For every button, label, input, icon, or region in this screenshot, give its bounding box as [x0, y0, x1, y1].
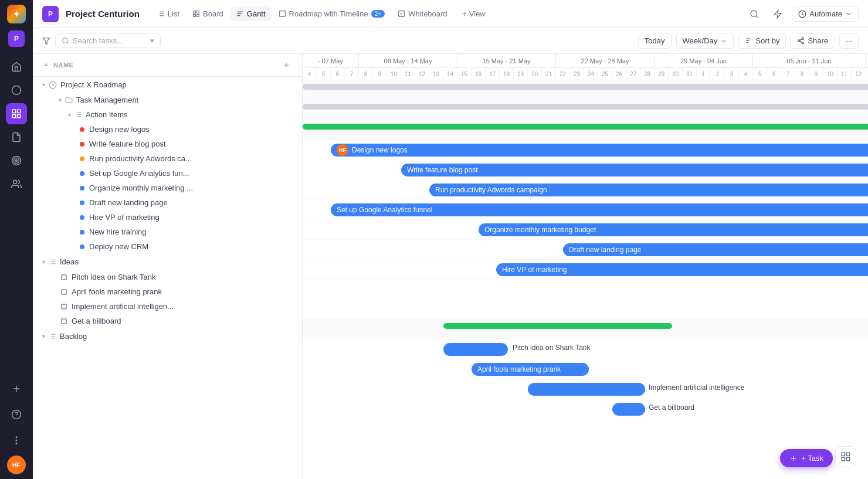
add-task-button[interactable]: + Task [780, 449, 833, 467]
gantt-row-design-new-logos[interactable]: HF Design new logos [303, 140, 868, 160]
project-avatar[interactable]: P [8, 30, 25, 47]
svg-rect-72 [842, 453, 845, 456]
collapse-icon[interactable] [42, 62, 50, 69]
share-button[interactable]: Share [791, 33, 835, 49]
gantt-bar-hire-vp[interactable]: Hire VP of marketing [496, 263, 868, 276]
gantt-bar-shark-tank[interactable] [443, 343, 508, 356]
task-item-run-productivity[interactable]: Run productivity Adwords ca... [52, 151, 302, 166]
task-name: Design new logos [89, 125, 150, 134]
task-dot [80, 127, 84, 132]
gantt-row-organize[interactable]: Organize monthly marketing budget [303, 220, 868, 240]
sidebar-item-people[interactable] [6, 174, 27, 195]
grid-view-button[interactable] [835, 446, 856, 467]
group-title-ideas: Ideas [60, 257, 79, 266]
day-num: 4 [303, 68, 317, 80]
task-item-billboard[interactable]: Get a billboard [33, 314, 302, 328]
tab-whiteboard[interactable]: Whiteboard [392, 6, 453, 21]
task-square [61, 304, 67, 310]
week-day-button[interactable]: Week/Day [676, 33, 734, 49]
task-square [61, 274, 67, 280]
sidebar-item-dashboard[interactable] [6, 103, 27, 124]
day-num: 30 [669, 68, 683, 80]
task-item-hire-vp[interactable]: Hire VP of marketing [52, 210, 302, 225]
group-header-backlog[interactable]: ▾ Backlog [33, 328, 302, 344]
gantt-bar-productivity[interactable]: Run productivity Adwords campaign [429, 184, 868, 196]
group-header-ideas[interactable]: ▾ Ideas [33, 254, 302, 270]
bar-label: Organize monthly marketing budget [484, 226, 596, 234]
tab-roadmap[interactable]: Roadmap with Timeline 2+ [273, 6, 391, 21]
gantt-bar-draft[interactable]: Draft new landing page [563, 243, 868, 256]
group-backlog: ▾ Backlog [33, 328, 302, 344]
task-item-google-analytics[interactable]: Set up Google Analytics fun... [52, 166, 302, 181]
sidebar-item-goals[interactable] [6, 150, 27, 171]
day-num: 12 [415, 68, 429, 80]
tab-gantt[interactable]: Gantt [230, 6, 272, 21]
task-item-new-hire-training[interactable]: New hire training [52, 225, 302, 239]
bar-label: Set up Google Analytics funnel [337, 206, 432, 214]
day-num: 8 [359, 68, 373, 80]
automate-button[interactable]: Automate [792, 6, 859, 22]
task-square [61, 289, 67, 295]
gantt-row-ai[interactable]: Implement artificial intelligence [303, 379, 868, 399]
group-header-project-x[interactable]: ▾ Project X Roadmap [33, 77, 302, 93]
sort-by-button[interactable]: Sort by [738, 33, 786, 49]
task-item-deploy-crm[interactable]: Deploy new CRM [52, 239, 302, 254]
sidebar-item-add[interactable] [6, 378, 27, 399]
task-item-shark-tank[interactable]: Pitch idea on Shark Tank [33, 270, 302, 284]
gantt-row-write-feature[interactable]: Write feature blog post [303, 160, 868, 180]
gantt-bar-design-logos[interactable]: HF Design new logos [331, 144, 868, 157]
app-logo[interactable]: ✦ [7, 5, 26, 23]
filter-button[interactable] [42, 37, 50, 45]
gantt-row-draft[interactable]: Draft new landing page [303, 240, 868, 260]
gantt-row-april-fools[interactable]: April fools marketing prank [303, 359, 868, 379]
task-item-artificial-intelligence[interactable]: Implement artificial intelligen... [33, 299, 302, 314]
tab-board[interactable]: Board [187, 6, 229, 21]
today-button[interactable]: Today [638, 33, 672, 49]
gantt-bar-organize[interactable]: Organize monthly marketing budget [479, 223, 868, 236]
action-items-header[interactable]: ▾ Action Items [52, 107, 302, 122]
gantt-row-hire-vp[interactable]: Hire VP of marketing [303, 260, 868, 280]
bar-label: Run productivity Adwords campaign [435, 186, 547, 194]
gantt-bar-analytics[interactable]: Set up Google Analytics funnel [331, 203, 868, 216]
add-view-button[interactable]: + View [458, 6, 490, 21]
subgroup-header-task-management[interactable]: ▾ Task Management [42, 93, 302, 107]
more-options-button[interactable]: ··· [839, 33, 859, 49]
subgroup-task-management: ▾ Task Management ▾ Action Items Design [33, 93, 302, 254]
sidebar-item-help[interactable] [6, 404, 27, 425]
task-item-write-feature-blog[interactable]: Write feature blog post [52, 137, 302, 151]
sidebar-item-inbox[interactable] [6, 80, 27, 101]
svg-point-42 [802, 38, 804, 39]
sidebar-item-home[interactable] [6, 56, 27, 77]
sidebar-item-docs[interactable] [6, 127, 27, 148]
lightning-button[interactable] [768, 5, 787, 23]
task-item-design-new-logos[interactable]: Design new logos [52, 122, 302, 137]
user-avatar[interactable]: HF [7, 456, 26, 474]
day-num: 18 [500, 68, 514, 80]
gantt-bar-april-fools[interactable]: April fools marketing prank [472, 363, 589, 376]
day-num: 31 [683, 68, 697, 80]
search-button[interactable] [745, 5, 764, 23]
task-item-organize-monthly[interactable]: Organize monthly marketing ... [52, 181, 302, 195]
gantt-bar-billboard[interactable] [612, 403, 645, 416]
add-column-button[interactable] [280, 59, 293, 72]
search-box[interactable]: Search tasks... ▾ [55, 33, 161, 48]
project-initial: P [14, 35, 19, 43]
day-num: 10 [387, 68, 401, 80]
day-num: 9 [373, 68, 387, 80]
gantt-bar-write-feature[interactable]: Write feature blog post [401, 164, 868, 176]
sidebar-item-more[interactable] [6, 430, 27, 451]
svg-rect-75 [842, 458, 845, 461]
gantt-row-analytics[interactable]: Set up Google Analytics funnel [303, 200, 868, 220]
task-item-april-fools[interactable]: April fools marketing prank [33, 284, 302, 299]
task-item-draft-landing[interactable]: Draft new landing page [52, 195, 302, 210]
tab-list[interactable]: List [151, 6, 185, 21]
svg-marker-34 [774, 10, 781, 18]
gantt-row-shark-tank[interactable]: Pitch idea on Shark Tank [303, 339, 868, 359]
gantt-row-productivity[interactable]: Run productivity Adwords campaign [303, 180, 868, 200]
tab-whiteboard-label: Whiteboard [408, 9, 447, 18]
gantt-row-billboard[interactable]: Get a billboard [303, 399, 868, 419]
svg-point-32 [751, 11, 757, 17]
gantt-row-deploy-crm [303, 300, 868, 320]
gantt-row-ideas-group [303, 320, 868, 339]
gantt-bar-ai[interactable] [528, 383, 645, 396]
